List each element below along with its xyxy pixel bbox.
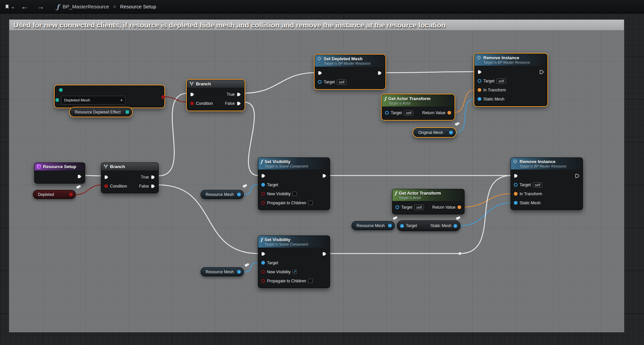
branch-node-left[interactable]: Branch True Condition False bbox=[101, 162, 159, 193]
branch-node-top[interactable]: Branch True Condition False bbox=[187, 80, 245, 111]
pin-grab-icon bbox=[76, 185, 81, 189]
target-pin[interactable] bbox=[385, 111, 389, 115]
get-static-mesh-compact-node[interactable]: Target Static Mesh bbox=[397, 220, 461, 231]
node-title: Branch bbox=[196, 81, 211, 86]
get-actor-transform-node-top[interactable]: ƒ Get Actor Transform Target is Actor Ta… bbox=[382, 94, 454, 120]
object-pin[interactable] bbox=[237, 270, 241, 274]
exec-out-false-pin[interactable] bbox=[237, 101, 241, 106]
new-visibility-pin[interactable] bbox=[261, 192, 265, 196]
object-pin[interactable] bbox=[388, 224, 392, 227]
propagate-pin[interactable] bbox=[261, 201, 265, 205]
return-value-pin[interactable] bbox=[447, 111, 451, 115]
target-pin[interactable] bbox=[318, 80, 322, 84]
new-visibility-checkbox[interactable] bbox=[292, 270, 297, 274]
comment-title-bar[interactable]: Used for new connected clients, if resou… bbox=[9, 19, 624, 30]
variable-pill-depleted[interactable]: Depleted bbox=[33, 190, 76, 199]
variable-pill-resource-depleted-effect[interactable]: Resource Depleted Effect bbox=[70, 108, 132, 117]
node-subtitle: Target is Actor bbox=[399, 196, 441, 200]
node-subtitle: Target is Actor bbox=[388, 101, 431, 105]
set-visibility-node-top[interactable]: ƒ Set Visibility Target is Scene Compone… bbox=[258, 157, 330, 210]
exec-out-pin[interactable] bbox=[575, 174, 580, 178]
static-mesh-pin[interactable] bbox=[514, 201, 518, 205]
pin-label-new-visibility: New Visibility bbox=[267, 270, 290, 274]
pin-label-static-mesh: Static Mesh bbox=[430, 223, 451, 228]
set-visibility-node-bottom[interactable]: ƒ Set Visibility Target is Scene Compone… bbox=[258, 235, 330, 288]
object-pin[interactable] bbox=[449, 131, 453, 134]
pin-label-in-transform: In Transform bbox=[520, 192, 542, 196]
depleted-mesh-dropdown[interactable]: Depleted Mesh ▾ bbox=[61, 96, 125, 105]
target-pin[interactable] bbox=[395, 205, 399, 209]
static-mesh-pin[interactable] bbox=[453, 224, 457, 228]
static-mesh-pin[interactable] bbox=[478, 97, 481, 101]
particle-pin[interactable] bbox=[125, 110, 129, 114]
breadcrumb-root[interactable]: BP_MasterResource bbox=[63, 4, 109, 9]
propagate-checkbox[interactable] bbox=[308, 279, 313, 283]
comment-resize-handle[interactable] bbox=[617, 325, 623, 331]
pill-label: Original Mesh bbox=[418, 130, 443, 135]
exec-out-pin[interactable] bbox=[77, 175, 82, 179]
exec-in-pin[interactable] bbox=[261, 174, 266, 178]
in-transform-pin[interactable] bbox=[514, 192, 518, 196]
resource-setup-entry-node[interactable]: Resource Setup bbox=[34, 162, 85, 184]
breadcrumb-separator: > bbox=[112, 4, 117, 9]
exec-out-true-pin[interactable] bbox=[237, 92, 241, 96]
exec-in-pin[interactable] bbox=[261, 252, 266, 256]
variable-pill-original-mesh[interactable]: Original Mesh bbox=[413, 128, 456, 137]
bookmark-menu-button[interactable]: ⌄ bbox=[5, 4, 15, 10]
chevron-down-icon: ▾ bbox=[120, 98, 122, 102]
wildcard-pin[interactable] bbox=[59, 88, 63, 92]
exec-out-pin[interactable] bbox=[322, 174, 327, 178]
remove-instance-node-right[interactable]: Remove Instance Target is BP Master Reso… bbox=[511, 157, 583, 210]
node-title: Get Actor Transform bbox=[388, 96, 431, 101]
select-depleted-mesh-node[interactable]: Depleted Mesh ▾ bbox=[55, 85, 164, 108]
new-visibility-pin[interactable] bbox=[261, 270, 265, 274]
in-transform-pin[interactable] bbox=[478, 88, 481, 92]
pill-label: Resource Depleted Effect bbox=[75, 110, 121, 115]
propagate-checkbox[interactable] bbox=[308, 201, 313, 205]
variable-pill-resource-mesh[interactable]: Resource Mesh bbox=[201, 267, 244, 276]
branch-icon bbox=[190, 81, 194, 86]
wildcard-pin[interactable] bbox=[55, 98, 59, 102]
return-value-pin[interactable] bbox=[458, 205, 461, 209]
pin-label-return-value: Return Value bbox=[432, 205, 455, 210]
condition-pin[interactable] bbox=[190, 101, 194, 105]
target-pin[interactable] bbox=[514, 183, 518, 187]
exec-out-pin[interactable] bbox=[540, 70, 544, 74]
function-graph-icon: ƒ bbox=[57, 3, 59, 10]
new-visibility-checkbox[interactable] bbox=[292, 192, 297, 196]
condition-pin[interactable] bbox=[104, 184, 108, 188]
bool-pin[interactable] bbox=[69, 193, 73, 196]
target-pin[interactable] bbox=[261, 183, 265, 187]
target-pin[interactable] bbox=[400, 224, 404, 228]
back-button[interactable]: ← bbox=[18, 3, 31, 10]
pure-function-icon: ƒ bbox=[384, 96, 386, 101]
bool-output-pin[interactable] bbox=[161, 95, 165, 99]
exec-in-pin[interactable] bbox=[104, 175, 109, 179]
pin-label-propagate: Propagate to Children bbox=[267, 279, 306, 283]
get-actor-transform-node-bottom[interactable]: ƒ Get Actor Transform Target is Actor Ta… bbox=[392, 189, 465, 214]
set-depleted-mesh-node[interactable]: Set Depleted Mesh Target is BP Master Re… bbox=[315, 55, 385, 89]
pin-label-target: Target bbox=[401, 205, 412, 210]
exec-in-pin[interactable] bbox=[478, 70, 482, 74]
exec-out-pin[interactable] bbox=[322, 252, 327, 256]
pin-grab-icon bbox=[243, 184, 248, 188]
exec-in-pin[interactable] bbox=[190, 92, 195, 96]
object-pin[interactable] bbox=[237, 193, 241, 196]
target-pin[interactable] bbox=[261, 261, 265, 265]
exec-in-pin[interactable] bbox=[318, 71, 322, 75]
pin-label-target: Target bbox=[324, 80, 335, 84]
exec-in-pin[interactable] bbox=[514, 174, 518, 178]
pin-label-true: True bbox=[227, 92, 235, 97]
exec-out-false-pin[interactable] bbox=[151, 184, 155, 188]
forward-button[interactable]: → bbox=[35, 3, 47, 10]
exec-out-true-pin[interactable] bbox=[151, 175, 155, 179]
variable-pill-resource-mesh[interactable]: Resource Mesh bbox=[352, 221, 395, 230]
variable-pill-resource-mesh[interactable]: Resource Mesh bbox=[201, 190, 244, 199]
remove-instance-node-top[interactable]: Remove Instance Target is BP Master Reso… bbox=[474, 54, 547, 106]
exec-out-pin[interactable] bbox=[378, 71, 382, 75]
propagate-pin[interactable] bbox=[261, 279, 265, 283]
bookmark-icon bbox=[5, 4, 10, 9]
pin-label-target: Target bbox=[391, 111, 402, 115]
breadcrumb-current[interactable]: Resource Setup bbox=[120, 4, 156, 9]
target-pin[interactable] bbox=[478, 79, 481, 83]
